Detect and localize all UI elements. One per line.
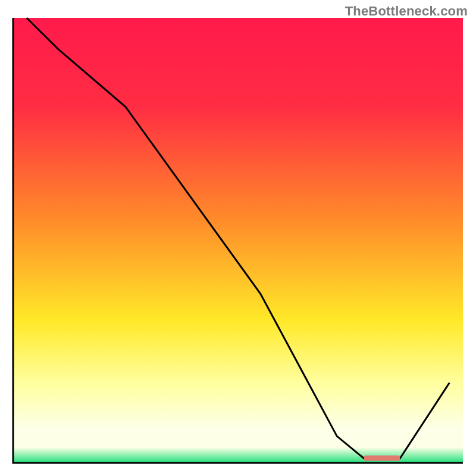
chart-stage: TheBottleneck.com xyxy=(0,0,476,476)
optimal-marker xyxy=(364,456,400,461)
bottleneck-chart xyxy=(0,0,476,476)
gradient-background xyxy=(13,18,463,463)
